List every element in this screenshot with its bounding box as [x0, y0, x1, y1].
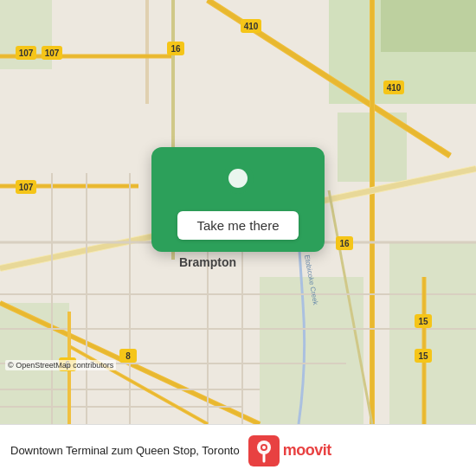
- svg-text:8: 8: [125, 351, 131, 361]
- moovit-brand-icon: [248, 435, 280, 466]
- svg-text:107: 107: [45, 48, 60, 58]
- moovit-label: moovit: [283, 441, 331, 460]
- svg-text:15: 15: [418, 351, 428, 361]
- svg-text:15: 15: [418, 317, 428, 326]
- svg-text:107: 107: [19, 183, 34, 192]
- map-attribution: © OpenStreetMap contributors: [5, 360, 116, 370]
- svg-rect-7: [389, 242, 476, 424]
- map-container: Brampton Etobicoke Creek 107 410 107 410…: [0, 0, 476, 424]
- svg-text:410: 410: [244, 22, 259, 31]
- map-pin-icon: [221, 163, 255, 204]
- svg-text:16: 16: [170, 44, 181, 54]
- svg-rect-3: [381, 0, 476, 52]
- bottom-bar: Downtown Terminal zum Queen Stop, Toront…: [0, 424, 476, 476]
- svg-text:16: 16: [339, 239, 350, 248]
- svg-point-64: [228, 169, 248, 188]
- moovit-logo: moovit: [248, 435, 331, 466]
- svg-text:Brampton: Brampton: [179, 255, 236, 269]
- take-me-there-button[interactable]: Take me there: [177, 211, 298, 240]
- svg-marker-65: [233, 194, 243, 199]
- location-title: Downtown Terminal zum Queen Stop, Toront…: [10, 444, 240, 457]
- svg-point-69: [262, 446, 266, 449]
- svg-text:410: 410: [387, 83, 402, 93]
- svg-text:107: 107: [19, 48, 34, 58]
- location-card: Take me there: [151, 147, 325, 252]
